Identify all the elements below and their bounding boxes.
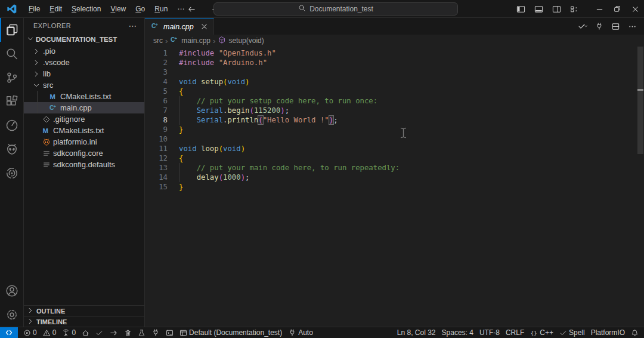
breadcrumb-main-cpp[interactable]: C+main.cpp: [170, 35, 210, 46]
statusbar-errors[interactable]: 0: [20, 327, 40, 338]
statusbar-cursor-position[interactable]: Ln 8, Col 32: [394, 327, 439, 338]
tree-item-main-cpp[interactable]: C+main.cpp: [24, 102, 144, 113]
code-editor[interactable]: 1#include "OpenIndus.h"2#include "Arduin…: [145, 47, 644, 327]
scrollbar-thumb[interactable]: [637, 47, 643, 154]
tab-main-cpp[interactable]: C+ main.cpp: [145, 18, 214, 35]
toggle-panel-icon[interactable]: [531, 1, 546, 17]
line-number[interactable]: 13: [145, 163, 168, 173]
line-number[interactable]: 9: [145, 125, 168, 134]
menu-selection[interactable]: Selection: [67, 2, 106, 16]
code-text: }: [179, 182, 183, 192]
menu-view[interactable]: View: [106, 2, 131, 16]
line-number[interactable]: 8: [145, 115, 168, 125]
activity-explorer[interactable]: [0, 18, 23, 42]
tree-item-sdkconfig-defaults[interactable]: sdkconfig.defaults: [24, 159, 144, 170]
tree-item-sdkconfig-core[interactable]: sdkconfig.core: [24, 148, 144, 159]
statusbar-pio-clean[interactable]: [121, 327, 135, 338]
statusbar-pio-terminal[interactable]: [163, 327, 177, 338]
statusbar-spell-checker[interactable]: Spell: [556, 327, 588, 338]
back-arrow-icon[interactable]: [184, 1, 199, 17]
close-tab-icon[interactable]: [200, 22, 209, 31]
minimize-button[interactable]: [590, 0, 608, 18]
line-number[interactable]: 5: [145, 87, 168, 96]
statusbar-pio-home[interactable]: [79, 327, 92, 338]
split-editor-icon[interactable]: [611, 22, 620, 31]
tree-item-src[interactable]: src: [24, 79, 144, 91]
activity-settings[interactable]: [0, 303, 23, 327]
line-number[interactable]: 6: [145, 96, 168, 106]
breadcrumb-setup-void-[interactable]: setup(void): [218, 36, 264, 46]
chevron-right-icon: [32, 70, 41, 78]
restore-button[interactable]: [608, 0, 626, 18]
line-number[interactable]: 7: [145, 106, 168, 115]
code-text: delay(1000);: [179, 173, 250, 182]
statusbar-ports[interactable]: 0: [59, 327, 79, 338]
section-timeline[interactable]: TIMELINE: [24, 316, 144, 327]
code-line-9: 9}: [145, 125, 644, 134]
statusbar-pio-upload[interactable]: [106, 327, 121, 338]
statusbar-pio-env[interactable]: Default (Documentation_test): [177, 327, 285, 338]
code-text: {: [179, 153, 183, 163]
statusbar-platformio-status[interactable]: PlatformIO: [588, 327, 628, 338]
run-check-icon[interactable]: [578, 21, 587, 31]
line-number[interactable]: 3: [145, 67, 168, 77]
statusbar-notifications[interactable]: [628, 327, 642, 338]
statusbar-indentation[interactable]: Spaces: 4: [439, 327, 476, 338]
more-actions-icon[interactable]: [628, 22, 637, 31]
menu-go[interactable]: Go: [131, 2, 150, 16]
statusbar-language-mode[interactable]: {}C++: [527, 327, 556, 338]
toggle-secondary-sidebar-icon[interactable]: [549, 1, 564, 17]
line-number[interactable]: 12: [145, 153, 168, 163]
menubar: FileEditSelectionViewGoRun⋯: [24, 0, 189, 17]
explorer-more-actions-icon[interactable]: ⋯: [129, 21, 137, 30]
tree-item-cmakelists-txt[interactable]: MCMakeLists.txt: [24, 91, 144, 102]
menu-edit[interactable]: Edit: [45, 2, 67, 16]
customize-layout-icon[interactable]: [566, 1, 582, 17]
statusbar-pio-port[interactable]: Auto: [285, 327, 316, 338]
statusbar-eol[interactable]: CRLF: [503, 327, 527, 338]
activity-accounts[interactable]: [0, 279, 23, 303]
breadcrumb: src›C+main.cpp›setup(void): [145, 35, 644, 47]
section-outline[interactable]: OUTLINE: [24, 305, 144, 316]
svg-text:{}: {}: [531, 330, 537, 336]
line-number[interactable]: 4: [145, 77, 168, 87]
activity-source-control[interactable]: [0, 66, 23, 90]
activity-run-clock[interactable]: [0, 113, 23, 137]
toggle-sidebar-icon[interactable]: [513, 1, 528, 17]
line-number[interactable]: 2: [145, 58, 168, 67]
check-icon: [95, 329, 103, 337]
tree-item--gitignore[interactable]: .gitignore: [24, 113, 144, 125]
statusbar-warnings[interactable]: 0: [40, 327, 60, 338]
activity-platformio[interactable]: [0, 137, 23, 161]
tree-item--vscode[interactable]: .vscode: [24, 57, 144, 68]
tree-root-folder[interactable]: DOCUMENTATION_TEST: [24, 33, 144, 45]
activity-target[interactable]: [0, 161, 23, 185]
statusbar-pio-test[interactable]: [135, 327, 148, 338]
serial-plug-icon[interactable]: [595, 22, 603, 30]
line-number[interactable]: 10: [145, 134, 168, 144]
line-number[interactable]: 15: [145, 182, 168, 192]
tree-item--pio[interactable]: .pio: [24, 45, 144, 57]
tree-item-lib[interactable]: lib: [24, 68, 144, 79]
statusbar-encoding[interactable]: UTF-8: [476, 327, 503, 338]
activity-search[interactable]: [0, 42, 23, 66]
menu-run[interactable]: Run: [150, 2, 172, 16]
breadcrumb-src[interactable]: src: [153, 36, 163, 45]
radio-tower-icon: [62, 329, 70, 337]
close-window-button[interactable]: [626, 0, 644, 18]
cmake-file-icon: M: [42, 126, 51, 135]
statusbar-pio-build[interactable]: [92, 327, 106, 338]
svg-text:M: M: [42, 127, 48, 134]
menu-file[interactable]: File: [24, 2, 45, 16]
statusbar-pio-serial-monitor[interactable]: [148, 327, 163, 338]
indent-guide: [179, 106, 179, 115]
line-number[interactable]: 11: [145, 144, 168, 153]
line-number[interactable]: 14: [145, 173, 168, 182]
line-number[interactable]: 1: [145, 48, 168, 58]
remote-indicator-button[interactable]: [0, 327, 18, 338]
command-center-search[interactable]: Documentation_test: [213, 2, 458, 16]
editor-scrollbar[interactable]: [636, 47, 644, 327]
tree-item-cmakelists-txt[interactable]: MCMakeLists.txt: [24, 125, 144, 136]
activity-extensions[interactable]: [0, 90, 23, 113]
tree-item-platformio-ini[interactable]: platformio.ini: [24, 136, 144, 148]
